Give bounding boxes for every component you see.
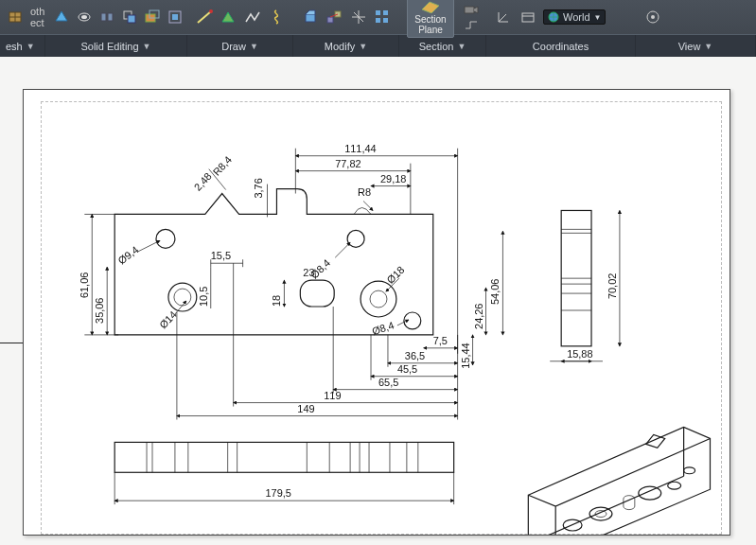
svg-rect-3 (101, 13, 106, 21)
svg-text:77,82: 77,82 (335, 158, 360, 169)
svg-line-45 (363, 202, 373, 211)
dim-10-5: 10,5 (198, 267, 211, 308)
ribbon-toolbar: othect Section (0, 0, 756, 57)
section-plane-label: Section Plane (414, 14, 446, 35)
dim-18: 18 (271, 280, 284, 307)
svg-text:Ø18: Ø18 (384, 264, 406, 286)
svg-text:15,88: 15,88 (567, 348, 592, 360)
view-steer-icon[interactable] (643, 8, 662, 26)
separate-icon[interactable] (98, 8, 115, 26)
section-camera-icon[interactable] (464, 3, 479, 16)
thicken-icon[interactable] (76, 8, 93, 26)
panel-section[interactable]: Section▼ (399, 35, 486, 57)
svg-text:111,44: 111,44 (344, 143, 376, 154)
svg-point-25 (168, 283, 197, 311)
ribbon-icons-row: othect Section (0, 0, 756, 34)
helix-icon[interactable] (268, 8, 287, 26)
mesh-convert-icon[interactable] (8, 8, 25, 26)
svg-point-26 (174, 289, 191, 306)
svg-rect-4 (108, 13, 113, 21)
svg-rect-6 (128, 15, 135, 23)
dim-35-06: 35,06 (94, 267, 107, 335)
svg-point-23 (651, 15, 655, 19)
offset-icon[interactable] (144, 8, 161, 26)
svg-text:70,02: 70,02 (607, 273, 618, 299)
dim-dia18: Ø18 (384, 264, 406, 291)
svg-rect-17 (376, 18, 380, 23)
mesh-group: othect (0, 0, 45, 34)
section-group: Section Plane (399, 0, 486, 34)
solid-editing-group (45, 0, 187, 34)
isometric-view (528, 427, 710, 535)
view-group (636, 0, 756, 34)
panel-view[interactable]: View▼ (636, 35, 756, 57)
svg-text:36,5: 36,5 (405, 350, 425, 361)
dim-15-88: 15,88 (550, 348, 603, 361)
named-ucs-icon[interactable] (519, 8, 537, 26)
panel-draw[interactable]: Draw▼ (187, 35, 293, 57)
panel-modify[interactable]: Modify▼ (293, 35, 399, 57)
panel-coordinates[interactable]: Coordinates (486, 35, 636, 57)
dim-24-26: 24,26 (473, 288, 486, 335)
svg-text:61,06: 61,06 (79, 272, 90, 298)
svg-text:54,06: 54,06 (489, 279, 501, 305)
dim-dia8-4a: Ø8,4 (308, 242, 350, 280)
ribbon-labels-row: esh▼ Solid Editing▼ Draw▼ Modify▼ Sectio… (0, 34, 756, 57)
svg-text:65,5: 65,5 (378, 377, 398, 388)
cad-drawing: 111,44 77,82 29,18 R8 3,76 2,48 R8,4 (24, 90, 730, 535)
svg-rect-18 (383, 18, 388, 23)
dim-15-5: 15,5 (211, 250, 231, 261)
svg-rect-19 (465, 7, 474, 13)
svg-rect-31 (300, 280, 334, 307)
section-plane-button[interactable]: Section Plane (407, 0, 454, 38)
svg-point-132 (668, 482, 681, 489)
solidedit-icon[interactable] (301, 8, 320, 26)
svg-rect-10 (172, 14, 178, 20)
draw-group (187, 0, 293, 34)
svg-point-131 (639, 486, 661, 500)
array3d-icon[interactable] (374, 8, 393, 26)
svg-text:7,5: 7,5 (433, 335, 448, 346)
panel-mesh[interactable]: esh▼ (0, 35, 45, 57)
polyline3d-icon[interactable] (243, 8, 262, 26)
section-add-jog-icon[interactable] (464, 18, 479, 31)
drawing-viewport[interactable]: 111,44 77,82 29,18 R8 3,76 2,48 R8,4 (0, 57, 756, 545)
slice-icon[interactable] (53, 8, 70, 26)
svg-rect-13 (327, 17, 333, 23)
svg-point-11 (209, 9, 213, 13)
coordinates-group: World ▼ (486, 0, 636, 34)
svg-line-67 (335, 242, 350, 257)
svg-point-129 (589, 507, 612, 520)
dim-54-06: 54,06 (489, 231, 502, 335)
align-icon[interactable] (325, 8, 344, 26)
svg-text:Ø14: Ø14 (157, 308, 179, 330)
shell-icon[interactable] (167, 8, 184, 26)
svg-text:18: 18 (271, 295, 282, 307)
svg-text:Ø8,4: Ø8,4 (308, 257, 332, 281)
svg-text:29,18: 29,18 (380, 173, 406, 185)
svg-point-29 (370, 290, 387, 308)
dim-65-5: 65,5 (333, 307, 457, 394)
region-icon[interactable] (220, 8, 238, 26)
world-icon (548, 11, 559, 23)
dim-179-5: 179,5 (114, 472, 453, 504)
modify-group (293, 0, 399, 34)
svg-point-2 (81, 15, 87, 19)
dim-r8: R8 (358, 186, 373, 211)
line-icon[interactable] (195, 8, 214, 26)
dim-15-44: 15,44 (460, 335, 473, 369)
ucs-icon[interactable] (494, 8, 513, 26)
panel-solid-editing[interactable]: Solid Editing▼ (45, 35, 187, 57)
intersect-icon[interactable] (121, 8, 138, 26)
coordinate-system-selector[interactable]: World ▼ (543, 9, 606, 25)
svg-text:24,26: 24,26 (473, 304, 484, 329)
svg-rect-109 (114, 442, 453, 472)
svg-text:15,5: 15,5 (211, 250, 231, 261)
3dmove-icon[interactable] (349, 8, 368, 26)
svg-point-133 (684, 467, 695, 474)
dim-29-18: 29,18 (371, 173, 411, 186)
svg-text:R8,4: R8,4 (211, 154, 234, 178)
svg-rect-20 (522, 13, 534, 22)
svg-text:3,76: 3,76 (253, 178, 264, 198)
svg-point-24 (156, 229, 175, 248)
